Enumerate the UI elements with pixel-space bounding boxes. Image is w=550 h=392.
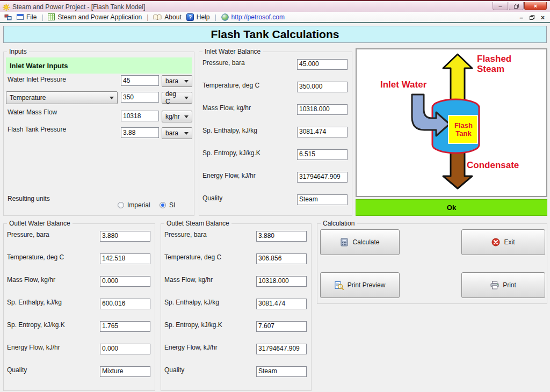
field-value: 1.765 <box>100 321 150 332</box>
inputs-group: Inputs Inlet Water Inputs Water Inlet Pr… <box>3 52 194 216</box>
mdi-close-button[interactable]: × <box>541 14 545 21</box>
radio-imperial-circle[interactable] <box>118 202 124 208</box>
field-label: Pressure, bara <box>164 231 256 238</box>
resulting-units-label: Resulting units <box>8 195 50 202</box>
restore-button[interactable] <box>509 2 524 10</box>
restore-icon <box>514 4 519 9</box>
menu-separator: | <box>41 13 43 21</box>
water-mass-flow-label: Water Mass Flow <box>8 108 57 116</box>
close-button[interactable]: × <box>524 2 547 10</box>
field-value: 3081.474 <box>297 127 348 137</box>
radio-imperial[interactable]: Imperial <box>118 201 150 209</box>
water-inlet-pressure-input[interactable] <box>121 75 159 86</box>
group-label: Inlet Water Balance <box>202 48 263 55</box>
exit-button[interactable]: Exit <box>461 229 545 255</box>
calculation-group: Calculation Calculate Exit <box>317 223 547 304</box>
balance-row: Sp. Entropy, kJ/kg.K6.515 <box>202 149 348 160</box>
calculator-icon <box>340 238 349 246</box>
balance-row: Sp. Enthalpy, kJ/kg3081.474 <box>202 127 348 137</box>
print-button[interactable]: Print <box>461 272 545 298</box>
field-label: Mass Flow, kg/hr <box>164 276 256 284</box>
balance-row: Sp. Entropy, kJ/kg.K1.765 <box>7 321 150 332</box>
page-title: Flash Tank Calculations <box>211 28 339 41</box>
flash-tank-pressure-unit-select[interactable]: bara <box>162 127 192 139</box>
minimize-button[interactable]: – <box>493 2 508 10</box>
menu-about[interactable]: About <box>153 13 181 21</box>
flash-tank-pressure-label: Flash Tank Pressure <box>8 126 66 133</box>
mdi-restore-button[interactable] <box>530 15 534 20</box>
balance-row: Sp. Enthalpy, kJ/kg3081.474 <box>164 299 307 309</box>
field-value: 7.607 <box>256 321 307 332</box>
window-title: Steam and Power Project - [Flash Tank Mo… <box>12 3 145 11</box>
temperature-input[interactable] <box>121 92 159 103</box>
field-value: 600.016 <box>100 299 150 309</box>
mdi-child-icon <box>4 14 12 20</box>
field-value: 45.000 <box>297 59 348 70</box>
radio-si[interactable]: SI <box>160 201 175 209</box>
balance-row: Energy Flow, kJ/hr31794647.909 <box>202 172 348 183</box>
open-book-icon <box>153 13 162 21</box>
inlet-water-label: Inlet Water <box>380 79 426 90</box>
application-window: Steam and Power Project - [Flash Tank Mo… <box>0 0 550 392</box>
water-inlet-pressure-label: Water Inlet Pressure <box>8 76 66 83</box>
flash-tank-pressure-input[interactable] <box>121 127 159 138</box>
balance-row: Sp. Entropy, kJ/kg.K7.607 <box>164 321 307 332</box>
water-inlet-pressure-unit-select[interactable]: bara <box>162 75 192 87</box>
balance-row: Pressure, bara3.880 <box>7 231 150 242</box>
field-value: 31794647.909 <box>297 172 348 183</box>
field-label: Energy Flow, kJ/hr <box>7 344 100 351</box>
temperature-unit-select[interactable]: deg C <box>162 92 192 104</box>
field-label: Quality <box>164 366 256 374</box>
field-label: Energy Flow, kJ/hr <box>202 172 297 179</box>
second-spec-select[interactable]: Temperature <box>6 91 118 104</box>
balance-row: Temperature, deg C306.856 <box>164 253 307 264</box>
field-value: 31794647.909 <box>256 344 307 354</box>
form-window-icon <box>17 14 24 20</box>
balance-row: Temperature, deg C142.518 <box>7 253 150 264</box>
menu-website-link[interactable]: http://petrosof.com <box>221 13 285 21</box>
balance-row: QualityMixture <box>7 366 150 377</box>
menu-file[interactable]: File <box>17 13 37 21</box>
field-value: 3.880 <box>100 231 150 242</box>
calculate-button[interactable]: Calculate <box>320 229 400 255</box>
field-label: Sp. Enthalpy, kJ/kg <box>164 299 256 306</box>
inlet-water-balance-group: Inlet Water Balance Pressure, bara45.000… <box>199 52 352 216</box>
balance-row: Energy Flow, kJ/hr31794647.909 <box>164 344 307 354</box>
flashed-steam-label: Flashed Steam <box>477 54 522 74</box>
ok-button[interactable]: Ok <box>356 199 547 216</box>
field-value: 10318.000 <box>256 276 307 287</box>
balance-row: QualitySteam <box>202 194 348 205</box>
field-label: Quality <box>202 194 297 202</box>
chevron-down-icon <box>184 115 189 118</box>
field-value: 350.000 <box>297 82 348 92</box>
svg-text:?: ? <box>189 14 192 20</box>
print-preview-button[interactable]: Print Preview <box>320 272 400 298</box>
chevron-down-icon <box>110 97 114 99</box>
blue-question-icon: ? <box>186 13 194 21</box>
page-title-banner: Flash Tank Calculations <box>3 26 547 43</box>
field-value: 142.518 <box>100 253 150 264</box>
water-mass-flow-unit-select[interactable]: kg/hr <box>162 111 192 122</box>
field-label: Pressure, bara <box>202 59 297 67</box>
field-label: Temperature, deg C <box>164 253 256 261</box>
green-grid-icon <box>48 13 55 20</box>
field-label: Sp. Enthalpy, kJ/kg <box>202 127 297 134</box>
water-mass-flow-input[interactable] <box>121 111 159 121</box>
globe-icon <box>221 13 229 21</box>
menu-help[interactable]: ? Help <box>186 13 210 21</box>
field-value: Mixture <box>100 366 150 377</box>
field-label: Sp. Entropy, kJ/kg.K <box>7 321 100 329</box>
menu-steam-and-power-application[interactable]: Steam and Power Application <box>48 13 142 21</box>
balance-row: Pressure, bara3.880 <box>164 231 307 242</box>
radio-si-circle[interactable] <box>160 202 166 208</box>
balance-row: Mass Flow, kg/hr0.000 <box>7 276 150 287</box>
field-value: 3.880 <box>256 231 307 242</box>
field-label: Temperature, deg C <box>7 253 100 261</box>
mdi-minimize-button[interactable]: – <box>519 14 523 21</box>
field-value: 0.000 <box>100 276 150 287</box>
field-value: 10318.000 <box>297 104 348 115</box>
mdi-restore-icon <box>530 15 534 20</box>
field-label: Pressure, bara <box>7 231 100 238</box>
condensate-label: Condensate <box>467 160 519 170</box>
balance-row: Mass Flow, kg/hr10318.000 <box>164 276 307 287</box>
